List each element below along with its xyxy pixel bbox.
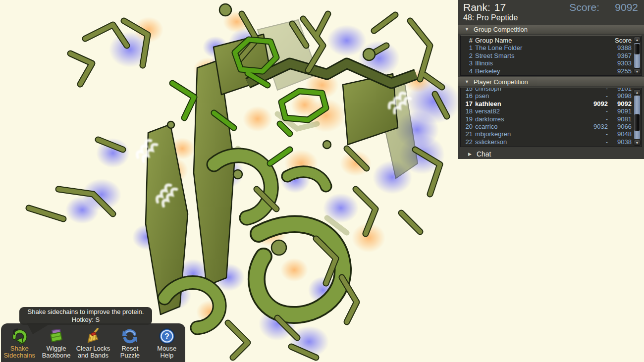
scroll-track[interactable]	[634, 96, 640, 139]
group-competition-title: Group Competition	[474, 26, 528, 33]
rank-value: 17	[494, 1, 506, 13]
puzzle-title: 48: Pro Peptide	[458, 13, 644, 25]
button-label-line2: Sidechains	[3, 352, 35, 359]
col-rank: #	[464, 37, 473, 44]
scroll-thumb[interactable]	[634, 114, 640, 131]
player-row[interactable]: 19 darktorres - 9081	[464, 115, 632, 123]
player-competition-header[interactable]: ▼ Player Competition	[458, 77, 644, 86]
group-row[interactable]: 2 Street Smarts 9367	[464, 52, 632, 59]
group-header-row: # Group Name Score	[464, 37, 632, 44]
clear-locks-bands-button[interactable]: Clear Locks and Bands	[75, 323, 111, 362]
scroll-track[interactable]	[634, 43, 640, 68]
col-name: Group Name	[473, 37, 608, 44]
player-leaderboard: 15 christoph - 9101 16 psen - 9098 17 ka…	[460, 88, 642, 147]
player-row[interactable]: 22 sslickerson - 9038	[464, 138, 632, 146]
player-row[interactable]: 16 psen - 9098	[464, 92, 632, 100]
player-row[interactable]: 20 ccarrico 9032 9066	[464, 123, 632, 130]
player-competition-title: Player Competition	[474, 78, 528, 86]
chat-header[interactable]: ▶ Chat	[458, 149, 644, 159]
rank-label: Rank:	[463, 1, 490, 13]
scroll-down-icon[interactable]: ▼	[634, 140, 641, 146]
group-row[interactable]: 1 The Lone Folder 9388	[464, 44, 632, 52]
button-label-line2: Puzzle	[120, 352, 140, 359]
mouse-help-button[interactable]: ? Mouse Help	[149, 323, 185, 362]
rank-score-bar: Rank: 17 Score: 9092	[458, 0, 644, 13]
col-score: Score	[608, 37, 632, 44]
player-row[interactable]: 18 versat82 - 9091	[464, 107, 632, 115]
group-scrollbar[interactable]: ▲ ▼	[634, 37, 641, 74]
shake-tooltip: Shake sidechains to improve the protein.…	[19, 307, 152, 325]
group-row[interactable]: 3 Illinois 9303	[464, 59, 632, 67]
score-value: 9092	[606, 1, 638, 13]
button-label-line2: and Bands	[78, 352, 108, 359]
player-scrollbar[interactable]: ▲ ▼	[634, 89, 641, 146]
button-label-line1: Mouse	[157, 345, 176, 352]
reset-arrows-icon	[121, 327, 139, 345]
broom-icon	[84, 327, 102, 345]
button-label-line1: Reset	[121, 345, 138, 352]
button-label-line2: Help	[160, 352, 173, 359]
player-row-current-user[interactable]: 17 kathleen 9092 9092	[464, 100, 632, 107]
group-leaderboard: # Group Name Score 1 The Lone Folder 938…	[460, 35, 642, 76]
tooltip-tail	[23, 323, 57, 335]
svg-text:?: ?	[164, 332, 169, 341]
button-label-line1: Clear Locks	[76, 345, 110, 352]
button-label-line1: Wiggle	[47, 345, 66, 352]
group-row[interactable]: 4 Berkeley 9255	[464, 67, 632, 75]
scroll-thumb[interactable]	[634, 44, 640, 54]
question-mark-icon: ?	[158, 327, 176, 345]
scroll-up-icon[interactable]: ▲	[634, 37, 641, 43]
collapse-triangle-icon: ▼	[465, 79, 469, 84]
player-row[interactable]: 15 christoph - 9101	[464, 88, 632, 92]
button-label-line1: Shake	[10, 345, 29, 352]
foldit-app: Rank: 17 Score: 9092 48: Pro Peptide ▼ G…	[0, 0, 644, 362]
group-competition-header[interactable]: ▼ Group Competition	[458, 25, 644, 34]
score-label: Score:	[569, 1, 599, 13]
expand-triangle-icon: ▶	[468, 152, 472, 156]
button-label-line2: Backbone	[42, 352, 71, 359]
leaderboard-panel: Rank: 17 Score: 9092 48: Pro Peptide ▼ G…	[458, 0, 644, 159]
scroll-up-icon[interactable]: ▲	[634, 89, 641, 95]
tooltip-line1: Shake sidechains to improve the protein.	[19, 308, 152, 316]
scroll-down-icon[interactable]: ▼	[634, 68, 641, 74]
player-row[interactable]: 21 mbjorkegren - 9048	[464, 130, 632, 138]
chat-title: Chat	[477, 150, 491, 158]
reset-puzzle-button[interactable]: Reset Puzzle	[111, 323, 148, 362]
collapse-triangle-icon: ▼	[465, 27, 469, 32]
